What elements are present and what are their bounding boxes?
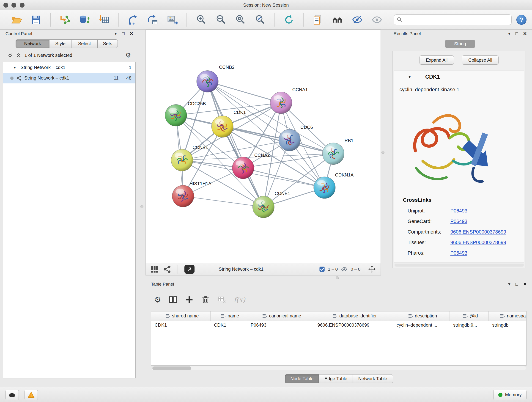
network-collection-count: 1 (129, 65, 131, 70)
selected-checkbox-icon[interactable] (319, 266, 325, 272)
panel-float-icon[interactable]: □ (122, 31, 125, 36)
network-node-CDK1[interactable]: CDK1 (212, 110, 246, 137)
import-table-from-file-button[interactable] (97, 12, 112, 27)
cloud-status-button[interactable] (6, 390, 19, 400)
column-header[interactable]: @id (450, 312, 489, 321)
new-network-with-table-button[interactable] (145, 12, 160, 27)
import-network-from-database-button[interactable] (77, 12, 92, 27)
network-selection-row: 1 of 1 Network selected ⚙ (3, 50, 136, 61)
show-all-networks-button[interactable] (330, 12, 345, 27)
column-header[interactable]: name (210, 312, 247, 321)
tab-edge-table[interactable]: Edge Table (319, 374, 353, 383)
crosslink-link[interactable]: P06493 (450, 208, 467, 214)
panel-close-icon[interactable]: × (523, 30, 527, 37)
gear-icon[interactable]: ⚙ (125, 51, 131, 59)
import-table-icon (98, 14, 110, 26)
new-network-from-selection-button[interactable] (126, 12, 140, 27)
node-label: CCNB1 (193, 145, 208, 150)
results-scrollbar[interactable] (394, 264, 524, 267)
open-in-new-window-button[interactable] (184, 265, 195, 274)
tab-sets[interactable]: Sets (97, 39, 118, 48)
collapse-all-button[interactable]: Collapse All (462, 56, 499, 65)
string-share-icon[interactable] (163, 265, 171, 274)
network-node-CDKN1A[interactable]: CDKN1A (314, 172, 354, 198)
tab-style[interactable]: Style (49, 39, 72, 48)
warnings-button[interactable] (25, 390, 38, 400)
hidden-eye-slash-icon[interactable] (341, 266, 348, 273)
gene-expand-icon[interactable]: ▼ (408, 75, 412, 79)
hide-selected-button[interactable] (350, 12, 365, 27)
birdseye-grid-icon[interactable] (151, 265, 159, 274)
crosslink-link[interactable]: 9606.ENSP00000378699 (450, 240, 506, 245)
open-session-button[interactable] (9, 12, 24, 27)
tab-network-table[interactable]: Network Table (353, 374, 393, 383)
network-collection-row[interactable]: ▼ String Network – cdk1 1 (3, 62, 136, 73)
tab-network[interactable]: Network (16, 39, 50, 48)
function-builder-icon[interactable]: f(x) (234, 296, 245, 304)
gene-header[interactable]: ▼ CDK1 (394, 71, 524, 83)
tab-node-table[interactable]: Node Table (285, 374, 319, 383)
panel-collapse-icon[interactable]: ▾ (508, 281, 510, 287)
scrollbar-thumb[interactable] (152, 366, 191, 370)
add-column-icon[interactable] (185, 295, 194, 304)
panel-float-icon[interactable]: □ (515, 282, 518, 287)
show-hidden-button[interactable] (369, 12, 384, 27)
network-edge[interactable] (183, 196, 264, 207)
panel-float-icon[interactable]: □ (515, 31, 518, 36)
crosslink-link[interactable]: P06493 (450, 219, 467, 224)
network-node-RB1[interactable]: RB1 (323, 138, 354, 165)
save-session-button[interactable] (28, 12, 43, 27)
help-button[interactable]: ? (516, 15, 526, 25)
zoom-selected-button[interactable] (253, 12, 268, 27)
table-row[interactable]: CDK1 CDK1 P06493 9606.ENSP00000378699 cy… (151, 321, 526, 330)
column-header[interactable]: namespace (489, 312, 526, 321)
expand-all-chevrons-icon[interactable] (7, 53, 13, 58)
network-canvas[interactable]: CCNB2CCNA1CDC25BCDK1CDC6RB1CCNB1CCNA2CDK… (146, 30, 380, 263)
network-row-selected[interactable]: String Network – cdk1 11 48 (3, 73, 136, 83)
show-columns-icon[interactable] (169, 295, 177, 304)
search-box[interactable] (394, 14, 512, 25)
import-network-from-file-button[interactable] (57, 12, 72, 27)
zoom-fit-button[interactable] (233, 12, 248, 27)
expand-all-button[interactable]: Expand All (419, 56, 454, 65)
column-header[interactable]: description (393, 312, 450, 321)
zoom-out-button[interactable] (213, 12, 228, 27)
column-header[interactable]: database identifier (314, 312, 393, 321)
delete-column-trash-icon[interactable] (201, 295, 210, 304)
network-edge[interactable] (208, 81, 281, 103)
tab-select[interactable]: Select (71, 39, 98, 48)
panel-close-icon[interactable]: × (523, 281, 527, 287)
left-splitter-handle[interactable] (140, 205, 143, 208)
tab-string[interactable]: String (445, 40, 475, 48)
network-node-CCNB1[interactable]: CCNB1 (171, 145, 208, 171)
table-settings-gear-icon[interactable]: ⚙ (154, 295, 161, 304)
delete-table-icon[interactable] (217, 295, 226, 304)
column-header[interactable]: canonical name (247, 312, 314, 321)
network-node-CCNB2[interactable]: CCNB2 (196, 65, 234, 92)
pan-crosshair-icon[interactable] (368, 265, 376, 273)
panel-collapse-icon[interactable]: ▾ (508, 31, 510, 36)
panel-close-icon[interactable]: × (130, 30, 133, 37)
eye-slash-icon (351, 14, 363, 26)
panel-collapse-icon[interactable]: ▾ (114, 31, 117, 36)
right-splitter-handle[interactable] (381, 151, 385, 154)
column-label: database identifier (339, 313, 377, 319)
collapse-all-chevrons-icon[interactable] (16, 53, 21, 58)
crosslink-link[interactable]: 9606.ENSP00000378699 (450, 229, 506, 235)
column-header[interactable]: shared name (151, 312, 210, 321)
crosslink-link[interactable]: P06493 (450, 250, 467, 256)
memory-button[interactable]: Memory (493, 390, 526, 400)
network-row-label: String Network – cdk1 (24, 75, 69, 81)
search-input[interactable] (404, 17, 509, 23)
export-image-button[interactable] (165, 12, 180, 27)
clone-network-button[interactable] (310, 12, 325, 27)
network-node-CCNA1[interactable]: CCNA1 (270, 87, 308, 114)
zoom-in-button[interactable] (194, 12, 209, 27)
network-node-HIST1H1A[interactable]: HIST1H1A (172, 181, 212, 207)
apply-preferred-layout-button[interactable] (282, 12, 297, 27)
results-panel-header: Results Panel ▾ □ × (391, 30, 529, 38)
tree-expand-icon[interactable]: ▼ (13, 66, 18, 70)
table-horizontal-scrollbar[interactable] (152, 366, 526, 370)
network-edge[interactable] (208, 81, 264, 207)
bottom-splitter-handle[interactable] (336, 276, 339, 279)
